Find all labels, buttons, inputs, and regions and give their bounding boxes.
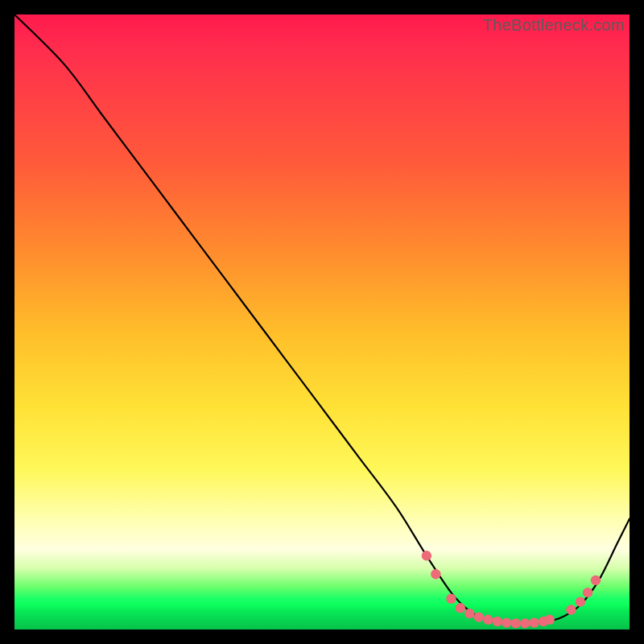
- marker-dot: [576, 597, 585, 606]
- chart-frame: TheBottleneck.com: [14, 14, 630, 630]
- marker-dot: [446, 594, 456, 604]
- marker-dot: [544, 615, 554, 625]
- marker-dot: [483, 615, 493, 625]
- marker-dot: [493, 617, 502, 626]
- marker-dot: [502, 617, 511, 627]
- marker-dot: [431, 569, 440, 579]
- marker-dot: [591, 576, 601, 585]
- marker-dot: [456, 603, 465, 613]
- marker-dot: [510, 618, 520, 628]
- marker-dot: [422, 551, 431, 560]
- marker-dot: [529, 617, 539, 627]
- marker-dot: [520, 618, 530, 628]
- bottleneck-curve: [14, 14, 630, 624]
- marker-dot: [474, 613, 484, 622]
- marker-dot: [464, 609, 474, 618]
- chart-svg: [14, 14, 630, 630]
- marker-dot: [566, 605, 576, 614]
- marker-dot: [583, 588, 592, 597]
